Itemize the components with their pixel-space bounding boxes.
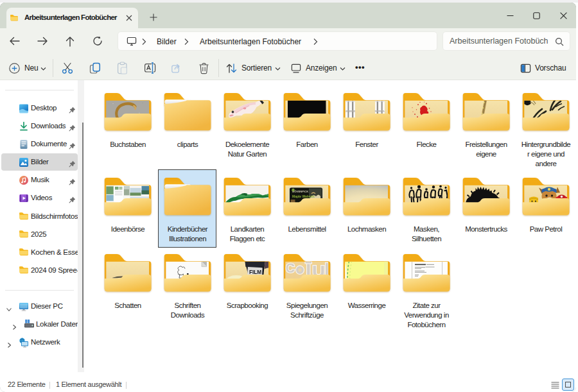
svg-text:FILM: FILM — [249, 268, 261, 275]
svg-text:MÖVENPICK: MÖVENPICK — [292, 190, 309, 193]
svg-text:Maple Walnuts: Maple Walnuts — [292, 194, 315, 198]
